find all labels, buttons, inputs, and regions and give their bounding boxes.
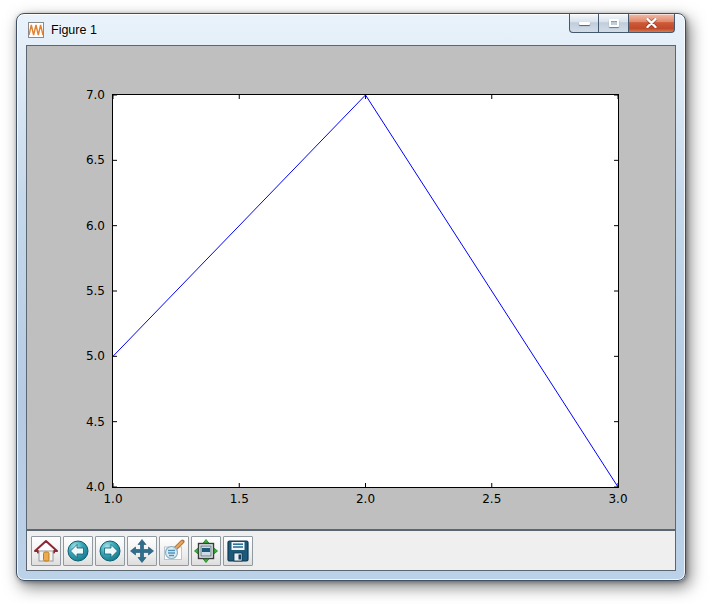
home-icon bbox=[34, 539, 58, 563]
window-content: 1.01.52.02.53.04.04.55.05.56.06.57.0 bbox=[26, 45, 676, 571]
minimize-icon bbox=[579, 22, 590, 25]
pan-button[interactable] bbox=[127, 536, 157, 566]
configure-subplots-icon bbox=[194, 539, 218, 563]
plot-area bbox=[112, 94, 619, 488]
x-tick-label: 1.5 bbox=[230, 492, 249, 506]
save-button[interactable] bbox=[223, 536, 253, 566]
minimize-button[interactable] bbox=[569, 14, 599, 33]
forward-arrow-icon bbox=[98, 539, 122, 563]
matplotlib-logo-icon bbox=[28, 22, 44, 38]
maximize-button[interactable] bbox=[599, 14, 629, 33]
y-tick-label: 4.5 bbox=[86, 415, 105, 429]
x-tick-label: 2.5 bbox=[482, 492, 501, 506]
y-tick-label: 6.5 bbox=[86, 153, 105, 167]
y-tick-label: 5.0 bbox=[86, 349, 105, 363]
x-tick-label: 2.0 bbox=[356, 492, 375, 506]
figure-canvas: 1.01.52.02.53.04.04.55.05.56.06.57.0 bbox=[27, 46, 675, 531]
close-button[interactable] bbox=[629, 14, 675, 33]
x-tick-label: 3.0 bbox=[608, 492, 627, 506]
window-title: Figure 1 bbox=[51, 23, 97, 37]
home-button[interactable] bbox=[31, 536, 61, 566]
y-tick-label: 4.0 bbox=[86, 480, 105, 494]
back-button[interactable] bbox=[63, 536, 93, 566]
navigation-toolbar bbox=[27, 531, 675, 570]
save-floppy-icon bbox=[226, 539, 250, 563]
zoom-button[interactable] bbox=[159, 536, 189, 566]
figure-window: Figure 1 1.01.52.02.53.04.04.55.05.56.06… bbox=[16, 13, 686, 581]
subplots-button[interactable] bbox=[191, 536, 221, 566]
y-tick-label: 7.0 bbox=[86, 88, 105, 102]
forward-button[interactable] bbox=[95, 536, 125, 566]
back-arrow-icon bbox=[66, 539, 90, 563]
zoom-rect-icon bbox=[162, 539, 186, 563]
x-tick-label: 1.0 bbox=[103, 492, 122, 506]
y-tick-label: 5.5 bbox=[86, 284, 105, 298]
y-tick-label: 6.0 bbox=[86, 219, 105, 233]
close-icon bbox=[646, 18, 657, 28]
pan-arrows-icon bbox=[130, 539, 154, 563]
maximize-icon bbox=[609, 19, 619, 27]
window-controls bbox=[569, 14, 675, 33]
